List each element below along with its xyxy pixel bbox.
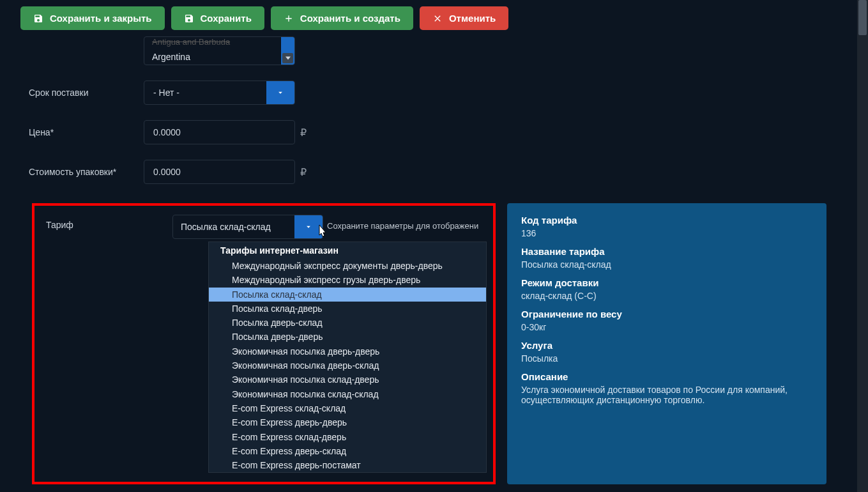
tariff-panel: Тариф Посылка склад-склад Сохраните пара… [32,203,496,484]
cancel-button[interactable]: Отменить [420,6,508,30]
price-label: Цена* [29,127,144,137]
packaging-row: Стоимость упаковки* 0.0000 ₽ [29,160,839,184]
save-close-button[interactable]: Сохранить и закрыть [20,6,165,30]
info-desc-label: Описание [521,371,812,382]
tariff-option[interactable]: Посылка дверь-дверь [209,330,486,344]
scroll-down-icon[interactable] [282,53,293,63]
tariff-option[interactable]: Международный экспресс грузы дверь-дверь [209,273,486,287]
country-scrollbar[interactable] [280,37,294,65]
action-toolbar: Сохранить и закрыть Сохранить Сохранить … [0,0,868,36]
tariff-selected-value: Посылка склад-склад [173,215,294,238]
tariff-option[interactable]: Посылка склад-дверь [209,302,486,316]
country-option-prev: Antigua and Barbuda [144,37,294,49]
cancel-label: Отменить [449,13,496,24]
delivery-time-row: Срок поставки - Нет - [29,81,839,105]
info-service-label: Услуга [521,340,812,351]
packaging-label: Стоимость упаковки* [29,167,144,177]
save-create-label: Сохранить и создать [300,13,400,24]
chevron-down-icon[interactable] [294,215,323,238]
tariff-option[interactable]: Посылка склад-склад [209,288,486,302]
tariff-option[interactable]: Посылка дверь-склад [209,316,486,330]
tariff-group-header: Тарифы интернет-магазин [209,242,486,259]
save-create-button[interactable]: Сохранить и создать [271,6,413,30]
tariff-option[interactable]: E-com Express склад-постамат [209,472,486,473]
tariff-option[interactable]: Экономичная посылка склад-склад [209,387,486,401]
info-name-label: Название тарифа [521,246,812,257]
tariff-hint: Сохраните параметры для отображени [327,215,478,231]
tariff-dropdown-list[interactable]: Тарифы интернет-магазин Международный эк… [208,242,487,473]
page-scrollbar[interactable] [857,0,868,492]
country-select[interactable]: Antigua and Barbuda Argentina [144,36,295,65]
info-code-label: Код тарифа [521,215,812,226]
info-name-value: Посылка склад-склад [521,259,812,270]
info-code-value: 136 [521,228,812,238]
currency-symbol: ₽ [300,127,307,139]
tariff-option[interactable]: Экономичная посылка дверь-склад [209,358,486,373]
scrollbar-thumb[interactable] [858,0,867,35]
delivery-time-label: Срок поставки [29,88,144,98]
save-close-label: Сохранить и закрыть [50,13,152,24]
info-weight-label: Ограничение по весу [521,309,812,319]
form-area: Antigua and Barbuda Argentina Срок поста… [0,36,868,190]
delivery-time-select[interactable]: - Нет - [144,81,295,105]
delivery-time-value: - Нет - [144,81,266,104]
packaging-input[interactable]: 0.0000 [144,160,295,184]
info-mode-label: Режим доставки [521,277,812,288]
close-icon [432,13,443,24]
tariff-option[interactable]: E-com Express дверь-постамат [209,458,486,472]
currency-symbol: ₽ [300,166,307,178]
tariff-option[interactable]: Экономичная посылка склад-дверь [209,373,486,387]
tariff-option[interactable]: Экономичная посылка дверь-дверь [209,344,486,358]
tariff-option[interactable]: Международный экспресс документы дверь-д… [209,259,486,273]
tariff-option[interactable]: E-com Express склад-склад [209,401,486,415]
info-mode-value: склад-склад (С-С) [521,291,812,301]
save-button[interactable]: Сохранить [171,6,264,30]
info-desc-value: Услуга экономичной доставки товаров по Р… [521,385,812,405]
save-icon [184,13,194,24]
tariff-row: Тариф Посылка склад-склад Сохраните пара… [46,215,482,239]
info-weight-value: 0-30кг [521,322,812,332]
tariff-container: Тариф Посылка склад-склад Сохраните пара… [32,203,839,484]
tariff-info-panel: Код тарифа 136 Название тарифа Посылка с… [507,203,826,484]
tariff-select[interactable]: Посылка склад-склад [172,215,323,239]
price-input[interactable]: 0.0000 [144,120,295,144]
tariff-label: Тариф [46,215,172,230]
tariff-option[interactable]: E-com Express дверь-склад [209,444,486,458]
price-row: Цена* 0.0000 ₽ [29,120,839,144]
info-service-value: Посылка [521,353,812,364]
tariff-option[interactable]: E-com Express дверь-дверь [209,415,486,429]
save-icon [33,13,43,24]
tariff-option[interactable]: E-com Express склад-дверь [209,430,486,444]
plus-icon [284,13,294,24]
chevron-down-icon[interactable] [266,81,294,104]
country-option-visible[interactable]: Argentina [144,49,294,65]
save-label: Сохранить [201,13,252,24]
